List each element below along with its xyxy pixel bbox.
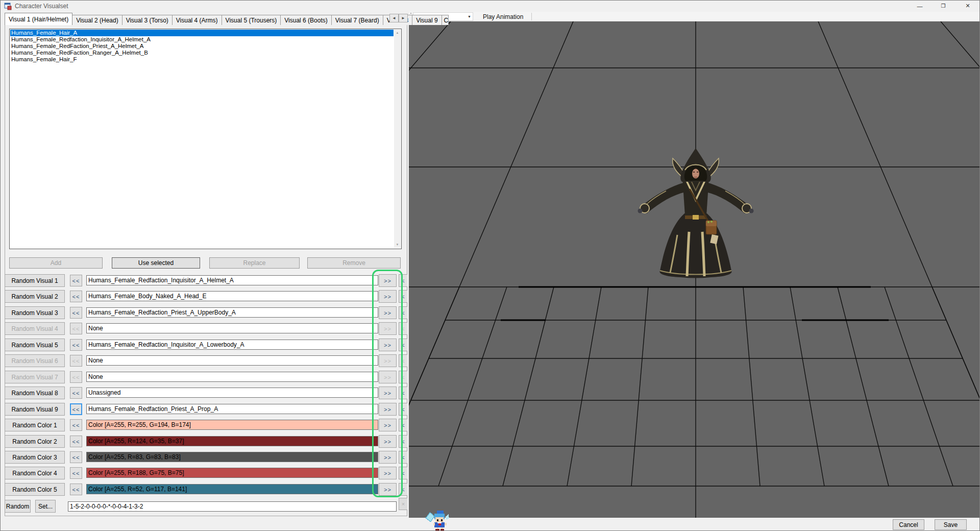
random-pattern-input[interactable] xyxy=(68,501,397,512)
tab-scroll-left-icon[interactable]: ◄ xyxy=(389,14,399,22)
set-button[interactable]: Set... xyxy=(35,500,56,513)
list-item[interactable]: Humans_Female_RedFaction_Priest_A_Helmet… xyxy=(10,43,394,50)
random-visual-3-assign-right-icon[interactable]: >> xyxy=(379,306,397,319)
random-visual-3-button[interactable]: Random Visual 3 xyxy=(5,306,65,319)
random-visual-6-value-field[interactable] xyxy=(86,355,378,366)
random-visual-5-value-field[interactable] xyxy=(86,340,378,350)
random-visual-2-button[interactable]: Random Visual 2 xyxy=(5,290,65,303)
slot-row: Random Visual 3<<>>< xyxy=(1,306,409,320)
random-color-2-assign-left-icon[interactable]: << xyxy=(70,436,82,447)
random-color-4-assign-left-icon[interactable]: << xyxy=(70,467,82,479)
random-visual-1-button[interactable]: Random Visual 1 xyxy=(5,274,65,287)
random-color-3-clipped-left-icon[interactable]: < xyxy=(399,451,407,464)
random-visual-9-button[interactable]: Random Visual 9 xyxy=(5,403,65,416)
random-color-3-value-field[interactable] xyxy=(86,452,378,462)
random-visual-3-value-field[interactable] xyxy=(86,307,378,318)
visual-listbox[interactable]: Humans_Female_Hair_AHumans_Female_Redfac… xyxy=(9,29,402,249)
random-color-5-button[interactable]: Random Color 5 xyxy=(5,483,65,496)
random-visual-6-clipped-left-icon: < xyxy=(399,354,407,367)
random-visual-5-button[interactable]: Random Visual 5 xyxy=(5,339,65,351)
tab-visual-2-head-[interactable]: Visual 2 (Head) xyxy=(72,15,122,25)
random-visual-2-clipped-left-icon[interactable]: < xyxy=(399,290,407,303)
random-visual-9-assign-left-icon[interactable]: << xyxy=(70,403,82,415)
slot-row: Random Visual 2<<>>< xyxy=(1,290,409,303)
random-visual-7-assign-left-icon: << xyxy=(70,371,82,383)
list-item[interactable]: Humans_Female_Redfaction_Inquisitor_A_He… xyxy=(10,36,394,43)
random-color-3-assign-left-icon[interactable]: << xyxy=(70,451,82,463)
random-visual-1-clipped-left-icon[interactable]: < xyxy=(399,274,407,287)
random-visual-8-assign-right-icon[interactable]: >> xyxy=(379,387,397,399)
random-visual-5-clipped-left-icon[interactable]: < xyxy=(399,339,407,351)
tab-visual-5-trousers-[interactable]: Visual 5 (Trousers) xyxy=(222,15,281,25)
random-color-5-clipped-left-icon[interactable]: < xyxy=(399,483,407,496)
random-visual-1-assign-right-icon[interactable]: >> xyxy=(379,274,397,287)
random-visual-1-assign-left-icon[interactable]: << xyxy=(70,275,82,286)
random-color-4-assign-right-icon[interactable]: >> xyxy=(379,467,397,479)
random-visual-8-value-field[interactable] xyxy=(86,388,378,398)
random-color-1-clipped-left-icon[interactable]: < xyxy=(399,419,407,431)
random-color-5-assign-left-icon[interactable]: << xyxy=(70,484,82,495)
random-visual-9-value-field[interactable] xyxy=(86,404,378,414)
random-visual-3-assign-left-icon[interactable]: << xyxy=(70,307,82,319)
tab-visual-7-beard-[interactable]: Visual 7 (Beard) xyxy=(331,15,383,25)
use-selected-button[interactable]: Use selected xyxy=(112,257,200,269)
random-visual-3-clipped-left-icon[interactable]: < xyxy=(399,306,407,319)
list-item[interactable]: Humans_Female_Hair_A xyxy=(10,30,394,36)
list-scrollbar[interactable]: ▲ ▼ xyxy=(394,30,401,248)
random-visual-5-assign-right-icon[interactable]: >> xyxy=(379,339,397,351)
random-visual-8-assign-left-icon[interactable]: << xyxy=(70,387,82,399)
list-item[interactable]: Humans_Female_RedFaction_Ranger_A_Helmet… xyxy=(10,50,394,56)
tab-visual-3-torso-[interactable]: Visual 3 (Torso) xyxy=(122,15,173,25)
random-visual-9-assign-right-icon[interactable]: >> xyxy=(379,403,397,416)
random-visual-9-clipped-left-icon[interactable]: < xyxy=(399,403,407,416)
random-color-4-button[interactable]: Random Color 4 xyxy=(5,467,65,479)
tab-scroll-right-icon[interactable]: ► xyxy=(399,14,408,22)
minimize-icon[interactable]: — xyxy=(909,1,930,11)
save-button[interactable]: Save xyxy=(935,519,967,530)
random-color-2-value-field[interactable] xyxy=(86,436,378,446)
random-visual-1-value-field[interactable] xyxy=(86,275,378,285)
close-icon[interactable]: ✕ xyxy=(956,1,979,11)
slot-row: Random Color 4<<>>< xyxy=(1,467,409,480)
random-visual-2-assign-left-icon[interactable]: << xyxy=(70,291,82,302)
random-color-4-value-field[interactable] xyxy=(86,468,378,478)
random-color-5-assign-right-icon[interactable]: >> xyxy=(379,483,397,496)
random-visual-7-value-field[interactable] xyxy=(86,372,378,382)
viewport-3d[interactable] xyxy=(409,21,980,518)
tab-c[interactable]: C xyxy=(442,15,449,25)
restore-icon[interactable]: ❐ xyxy=(933,1,954,11)
viewport-toolbar: ▼ Play Animation xyxy=(409,12,980,21)
scroll-down-icon[interactable]: ▼ xyxy=(394,242,401,248)
scroll-up-icon[interactable]: ▲ xyxy=(394,30,401,36)
random-color-1-assign-left-icon[interactable]: << xyxy=(70,419,82,431)
play-animation-button[interactable]: Play Animation xyxy=(479,12,527,21)
random-color-1-assign-right-icon[interactable]: >> xyxy=(379,419,397,431)
random-color-3-assign-right-icon[interactable]: >> xyxy=(379,451,397,464)
random-button[interactable]: Random xyxy=(5,500,31,513)
tab-visual-4-arms-[interactable]: Visual 4 (Arms) xyxy=(172,15,222,25)
random-color-1-value-field[interactable] xyxy=(86,420,378,430)
tab-visual-6-boots-[interactable]: Visual 6 (Boots) xyxy=(280,15,332,25)
cancel-button[interactable]: Cancel xyxy=(893,519,924,530)
random-color-5-value-field[interactable] xyxy=(86,484,378,494)
slot-row: Random Color 5<<>>< xyxy=(1,483,409,496)
random-color-4-clipped-left-icon[interactable]: < xyxy=(399,467,407,479)
random-visual-4-clipped-left-icon: < xyxy=(399,322,407,335)
tab-visual-1-hair-helmet-[interactable]: Visual 1 (Hair/Helmet) xyxy=(5,13,72,25)
random-visual-2-value-field[interactable] xyxy=(86,291,378,301)
random-visual-5-assign-left-icon[interactable]: << xyxy=(70,339,82,351)
random-color-1-button[interactable]: Random Color 1 xyxy=(5,419,65,431)
random-color-3-button[interactable]: Random Color 3 xyxy=(5,451,65,464)
random-visual-4-value-field[interactable] xyxy=(86,323,378,333)
random-color-2-button[interactable]: Random Color 2 xyxy=(5,435,65,448)
random-visual-2-assign-right-icon[interactable]: >> xyxy=(379,290,397,303)
random-color-2-clipped-left-icon[interactable]: < xyxy=(399,435,407,448)
random-visual-8-button[interactable]: Random Visual 8 xyxy=(5,387,65,399)
random-visual-7-button: Random Visual 7 xyxy=(5,371,65,383)
window-title: Character Visualset xyxy=(15,3,68,10)
random-color-2-assign-right-icon[interactable]: >> xyxy=(379,435,397,448)
list-item[interactable]: Humans_Female_Hair_F xyxy=(10,56,394,63)
slot-row: Random Visual 6<<>>< xyxy=(1,354,409,368)
tab-visual-9[interactable]: Visual 9 xyxy=(412,15,442,25)
random-visual-8-clipped-left-icon[interactable]: < xyxy=(399,387,407,399)
